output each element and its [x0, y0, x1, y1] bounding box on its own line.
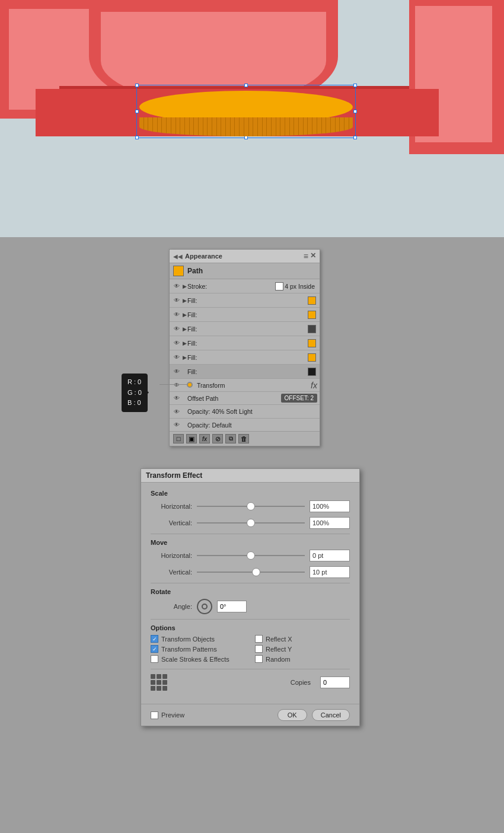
add-fx-icon[interactable]: fx — [199, 434, 210, 443]
opacity-soft-light-label: Opacity: 40% Soft Light — [187, 408, 253, 415]
scale-move-divider — [151, 534, 350, 534]
scale-strokes-checkbox[interactable] — [151, 655, 158, 663]
transform-patterns-row: Transform Patterns — [151, 645, 245, 653]
stroke-expand-icon[interactable]: ▶ — [181, 282, 187, 291]
move-horizontal-label: Horizontal: — [151, 552, 192, 559]
random-checkbox[interactable] — [255, 655, 263, 663]
fill5-expand-icon[interactable]: ▶ — [181, 353, 187, 362]
fill6-swatch[interactable] — [308, 368, 316, 376]
fill1-expand-icon[interactable]: ▶ — [181, 296, 187, 305]
opacity-default-row: 👁 Opacity: Default — [170, 418, 320, 431]
fill2-expand-icon[interactable]: ▶ — [181, 311, 187, 319]
dialog-buttons: OK Cancel — [277, 709, 350, 721]
opacity-def-visibility-icon[interactable]: 👁 — [172, 421, 181, 429]
transform-patterns-checkbox[interactable] — [151, 645, 158, 653]
move-section-title: Move — [151, 539, 350, 546]
stroke-label: Stroke: — [187, 283, 275, 290]
opacity-sl-visibility-icon[interactable]: 👁 — [172, 407, 181, 416]
fill3-label: Fill: — [187, 325, 308, 333]
fill2-swatch[interactable] — [308, 311, 316, 319]
move-vertical-slider[interactable] — [197, 572, 305, 573]
fill3-expand-icon[interactable]: ▶ — [181, 325, 187, 333]
fill3-swatch[interactable] — [308, 325, 316, 333]
move-horizontal-thumb[interactable] — [247, 551, 255, 560]
handle-middle-left[interactable] — [135, 110, 139, 113]
transform-visibility-icon[interactable]: 👁 — [172, 381, 181, 390]
fill4-expand-icon[interactable]: ▶ — [181, 339, 187, 347]
angle-dial[interactable] — [197, 599, 212, 614]
scale-horizontal-label: Horizontal: — [151, 503, 192, 510]
rgb-b-value: B : 0 — [127, 398, 142, 408]
scale-vertical-slider[interactable] — [197, 522, 305, 524]
copies-grid-icon — [151, 674, 167, 691]
stroke-visibility-icon[interactable]: 👁 — [172, 282, 181, 291]
path-color-swatch[interactable] — [173, 266, 184, 276]
panel-collapse-icon[interactable]: ◀◀ — [173, 253, 183, 260]
transform-objects-checkbox[interactable] — [151, 635, 158, 643]
coin-object[interactable] — [139, 88, 353, 139]
fill6-visibility-icon[interactable]: 👁 — [172, 368, 181, 376]
angle-input[interactable] — [217, 601, 247, 612]
fill5-visibility-icon[interactable]: 👁 — [172, 353, 181, 362]
handle-top-right[interactable] — [353, 84, 357, 87]
reflect-y-checkbox[interactable] — [255, 645, 263, 653]
move-vertical-thumb[interactable] — [252, 568, 260, 576]
fill1-swatch[interactable] — [308, 296, 316, 305]
scale-horizontal-thumb[interactable] — [247, 502, 255, 510]
preview-checkbox[interactable] — [151, 711, 158, 719]
options-section-title: Options — [151, 624, 350, 631]
add-stroke-icon[interactable]: ▣ — [186, 434, 197, 443]
fill-row-6-selected: 👁 Fill: — [170, 365, 320, 379]
scale-horizontal-input[interactable] — [310, 500, 350, 512]
copies-input[interactable] — [320, 676, 350, 688]
transform-objects-label: Transform Objects — [161, 636, 215, 643]
panel-close-icon[interactable]: ✕ — [310, 251, 316, 261]
reflect-x-checkbox[interactable] — [255, 635, 263, 643]
scale-vertical-thumb[interactable] — [247, 519, 255, 527]
fill-row-2: 👁 ▶ Fill: — [170, 308, 320, 322]
scale-horizontal-slider[interactable] — [197, 506, 305, 507]
handle-top-middle[interactable] — [244, 84, 248, 87]
cancel-button[interactable]: Cancel — [312, 709, 350, 721]
copies-row: Copies — [151, 674, 350, 691]
reflect-x-label: Reflect X — [266, 636, 292, 643]
copies-label: Copies — [291, 679, 311, 686]
ok-button[interactable]: OK — [277, 709, 307, 721]
angle-dial-inner — [202, 604, 208, 609]
scale-strokes-label: Scale Strokes & Effects — [161, 656, 229, 663]
copy-icon[interactable]: ⧉ — [225, 434, 236, 443]
dialog-titlebar: Transform Effect — [141, 469, 359, 483]
transform-patterns-label: Transform Patterns — [161, 646, 217, 653]
fill4-swatch[interactable] — [308, 339, 316, 347]
panel-footer: □ ▣ fx ⊘ ⧉ 🗑 — [170, 431, 320, 446]
move-rotate-divider — [151, 583, 350, 583]
transform-effect-dialog: Transform Effect Scale Horizontal: Verti… — [141, 468, 360, 726]
fill-row-4: 👁 ▶ Fill: — [170, 336, 320, 350]
angle-label: Angle: — [151, 603, 192, 610]
rotate-section-title: Rotate — [151, 588, 350, 595]
fill2-visibility-icon[interactable]: 👁 — [172, 311, 181, 319]
stroke-swatch — [275, 282, 283, 291]
handle-bottom-right[interactable] — [353, 136, 357, 139]
move-horizontal-input[interactable] — [310, 550, 350, 561]
fill3-visibility-icon[interactable]: 👁 — [172, 325, 181, 333]
transform-label: Transform — [197, 382, 311, 389]
clear-icon[interactable]: ⊘ — [212, 434, 223, 443]
scale-vertical-input[interactable] — [310, 517, 350, 529]
handle-bottom-left[interactable] — [135, 136, 139, 139]
panel-menu-icon[interactable]: ≡ — [304, 251, 308, 261]
panel-title: Appearance — [185, 253, 222, 260]
fill4-visibility-icon[interactable]: 👁 — [172, 339, 181, 347]
offset-path-row: 👁 Offset Path OFFSET: 2 — [170, 392, 320, 405]
handle-top-left[interactable] — [135, 84, 139, 87]
delete-icon[interactable]: 🗑 — [238, 434, 249, 443]
handle-middle-right[interactable] — [353, 110, 357, 113]
offset-visibility-icon[interactable]: 👁 — [172, 394, 181, 403]
move-vertical-input[interactable] — [310, 566, 350, 578]
stroke-row: 👁 ▶ Stroke: 4 px Inside — [170, 279, 320, 293]
fill5-swatch[interactable] — [308, 353, 316, 362]
fill1-visibility-icon[interactable]: 👁 — [172, 296, 181, 305]
move-horizontal-slider[interactable] — [197, 555, 305, 556]
appearance-panel: ◀◀ Appearance ≡ ✕ Path 👁 ▶ Stroke: 4 px … — [169, 249, 320, 446]
add-fill-icon[interactable]: □ — [173, 434, 184, 443]
